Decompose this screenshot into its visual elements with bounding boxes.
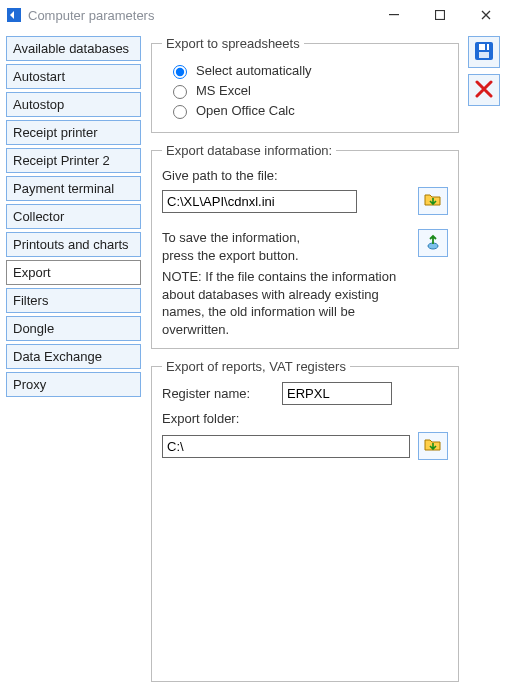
group-db-info-legend: Export database information: (162, 143, 336, 158)
window-title: Computer parameters (28, 8, 154, 23)
radio-ms-excel-label: MS Excel (196, 83, 251, 98)
sidebar-item-payment-terminal[interactable]: Payment terminal (6, 176, 141, 201)
export-up-icon (424, 233, 442, 254)
svg-rect-1 (389, 14, 399, 15)
radio-select-automatically-label: Select automatically (196, 63, 312, 78)
main-panel: Export to spreadsheets Select automatica… (141, 36, 465, 682)
svg-rect-5 (479, 44, 489, 50)
radio-ms-excel-input[interactable] (173, 85, 187, 99)
export-db-button[interactable] (418, 229, 448, 257)
note-line2: press the export button. (162, 247, 402, 265)
sidebar-item-autostop[interactable]: Autostop (6, 92, 141, 117)
radio-open-office[interactable]: Open Office Calc (168, 102, 448, 119)
folder-open-icon (424, 437, 442, 456)
export-folder-input[interactable] (162, 435, 410, 458)
sidebar-item-autostart[interactable]: Autostart (6, 64, 141, 89)
radio-open-office-label: Open Office Calc (196, 103, 295, 118)
sidebar-item-available-databases[interactable]: Available databases (6, 36, 141, 61)
note-line1: To save the information, (162, 229, 402, 247)
register-name-input[interactable] (282, 382, 392, 405)
maximize-button[interactable] (417, 0, 463, 30)
browse-folder-button[interactable] (418, 432, 448, 460)
sidebar-item-printouts-and-charts[interactable]: Printouts and charts (6, 232, 141, 257)
register-name-label: Register name: (162, 386, 272, 401)
close-button[interactable] (463, 0, 509, 30)
sidebar-item-receipt-printer[interactable]: Receipt printer (6, 120, 141, 145)
group-reports: Export of reports, VAT registers Registe… (151, 359, 459, 682)
sidebar-item-receipt-printer-2[interactable]: Receipt Printer 2 (6, 148, 141, 173)
sidebar-item-collector[interactable]: Collector (6, 204, 141, 229)
sidebar-item-export[interactable]: Export (6, 260, 141, 285)
svg-rect-6 (479, 52, 489, 58)
sidebar-item-filters[interactable]: Filters (6, 288, 141, 313)
radio-select-automatically-input[interactable] (173, 65, 187, 79)
radio-select-automatically[interactable]: Select automatically (168, 62, 448, 79)
right-toolbar (465, 36, 503, 682)
radio-open-office-input[interactable] (173, 105, 187, 119)
sidebar: Available databasesAutostartAutostopRece… (6, 36, 141, 682)
radio-ms-excel[interactable]: MS Excel (168, 82, 448, 99)
save-icon (474, 41, 494, 64)
group-spreadsheets-legend: Export to spreadsheets (162, 36, 304, 51)
app-icon (6, 7, 22, 23)
cancel-button[interactable] (468, 74, 500, 106)
sidebar-item-data-exchange[interactable]: Data Exchange (6, 344, 141, 369)
minimize-button[interactable] (371, 0, 417, 30)
browse-path-button[interactable] (418, 187, 448, 215)
svg-rect-7 (485, 44, 487, 50)
path-label: Give path to the file: (162, 168, 448, 183)
group-reports-legend: Export of reports, VAT registers (162, 359, 350, 374)
titlebar: Computer parameters (0, 0, 509, 30)
cancel-icon (475, 80, 493, 101)
folder-open-icon (424, 192, 442, 211)
save-button[interactable] (468, 36, 500, 68)
sidebar-item-proxy[interactable]: Proxy (6, 372, 141, 397)
group-db-info: Export database information: Give path t… (151, 143, 459, 349)
group-spreadsheets: Export to spreadsheets Select automatica… (151, 36, 459, 133)
export-folder-label: Export folder: (162, 411, 272, 426)
note-line3: NOTE: If the file contains the informati… (162, 268, 402, 338)
svg-rect-2 (436, 11, 445, 20)
sidebar-item-dongle[interactable]: Dongle (6, 316, 141, 341)
path-input[interactable] (162, 190, 357, 213)
